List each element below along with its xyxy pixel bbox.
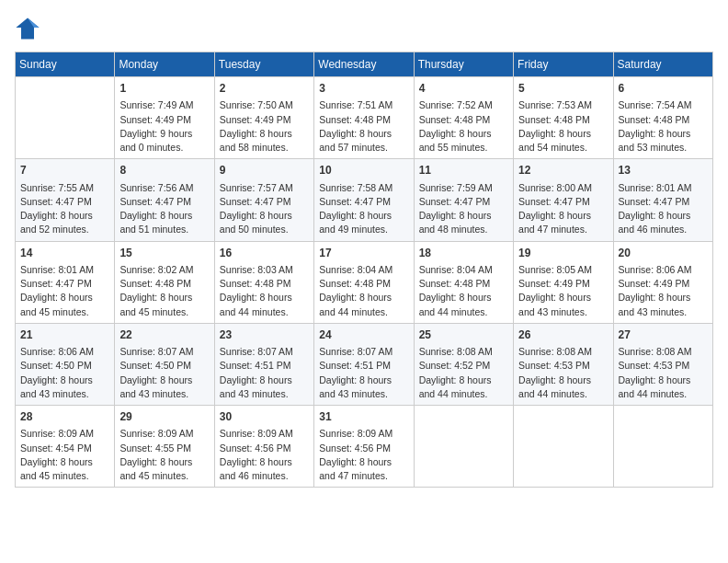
day-number: 14	[20, 246, 109, 261]
day-number: 23	[220, 327, 309, 343]
day-info: Sunrise: 8:07 AM Sunset: 4:50 PM Dayligh…	[119, 345, 209, 401]
day-info: Sunrise: 8:09 AM Sunset: 4:54 PM Dayligh…	[20, 427, 109, 483]
day-info: Sunrise: 7:53 AM Sunset: 4:48 PM Dayligh…	[518, 98, 608, 155]
day-number: 30	[220, 409, 309, 425]
header-sunday: Sunday	[16, 52, 115, 77]
day-number: 25	[419, 327, 508, 343]
calendar-cell: 3Sunrise: 7:51 AM Sunset: 4:48 PM Daylig…	[314, 77, 414, 159]
day-info: Sunrise: 8:09 AM Sunset: 4:56 PM Dayligh…	[220, 427, 309, 483]
page-header	[15, 15, 713, 40]
day-info: Sunrise: 7:55 AM Sunset: 4:47 PM Dayligh…	[20, 181, 109, 237]
calendar-cell: 7Sunrise: 7:55 AM Sunset: 4:47 PM Daylig…	[16, 159, 115, 241]
calendar-cell: 9Sunrise: 7:57 AM Sunset: 4:47 PM Daylig…	[214, 159, 313, 241]
calendar-cell: 16Sunrise: 8:03 AM Sunset: 4:48 PM Dayli…	[214, 241, 313, 323]
day-info: Sunrise: 8:04 AM Sunset: 4:48 PM Dayligh…	[419, 263, 508, 319]
calendar-cell: 6Sunrise: 7:54 AM Sunset: 4:48 PM Daylig…	[613, 77, 712, 159]
day-info: Sunrise: 8:08 AM Sunset: 4:53 PM Dayligh…	[518, 345, 608, 401]
calendar-cell: 8Sunrise: 7:56 AM Sunset: 4:47 PM Daylig…	[115, 159, 214, 241]
day-number: 31	[319, 409, 408, 425]
day-number: 29	[119, 409, 209, 425]
calendar-cell: 20Sunrise: 8:06 AM Sunset: 4:49 PM Dayli…	[613, 241, 712, 323]
day-number: 11	[419, 163, 508, 178]
week-row-3: 14Sunrise: 8:01 AM Sunset: 4:47 PM Dayli…	[16, 241, 713, 323]
day-info: Sunrise: 8:06 AM Sunset: 4:50 PM Dayligh…	[20, 345, 109, 401]
day-number: 20	[619, 246, 708, 261]
day-info: Sunrise: 7:52 AM Sunset: 4:48 PM Dayligh…	[419, 98, 508, 155]
day-number: 5	[518, 81, 608, 97]
day-number: 16	[220, 246, 309, 261]
day-number: 10	[319, 163, 408, 178]
day-info: Sunrise: 7:58 AM Sunset: 4:47 PM Dayligh…	[319, 181, 408, 237]
header-wednesday: Wednesday	[314, 52, 414, 77]
day-info: Sunrise: 7:59 AM Sunset: 4:47 PM Dayligh…	[419, 181, 508, 237]
calendar-cell	[613, 406, 712, 488]
day-number: 28	[20, 409, 109, 425]
day-info: Sunrise: 7:51 AM Sunset: 4:48 PM Dayligh…	[319, 98, 408, 155]
calendar-table: SundayMondayTuesdayWednesdayThursdayFrid…	[15, 52, 713, 488]
calendar-cell: 1Sunrise: 7:49 AM Sunset: 4:49 PM Daylig…	[115, 77, 214, 159]
day-number: 3	[319, 81, 408, 97]
calendar-cell: 2Sunrise: 7:50 AM Sunset: 4:49 PM Daylig…	[214, 77, 313, 159]
day-info: Sunrise: 7:49 AM Sunset: 4:49 PM Dayligh…	[119, 98, 209, 155]
day-number: 22	[119, 327, 209, 343]
day-info: Sunrise: 8:04 AM Sunset: 4:48 PM Dayligh…	[319, 263, 408, 319]
calendar-cell: 27Sunrise: 8:08 AM Sunset: 4:53 PM Dayli…	[613, 323, 712, 405]
day-info: Sunrise: 8:09 AM Sunset: 4:56 PM Dayligh…	[319, 427, 408, 483]
day-info: Sunrise: 8:08 AM Sunset: 4:53 PM Dayligh…	[619, 345, 708, 401]
calendar-cell: 13Sunrise: 8:01 AM Sunset: 4:47 PM Dayli…	[613, 159, 712, 241]
day-info: Sunrise: 7:50 AM Sunset: 4:49 PM Dayligh…	[220, 98, 309, 155]
calendar-cell: 14Sunrise: 8:01 AM Sunset: 4:47 PM Dayli…	[16, 241, 115, 323]
day-number: 2	[220, 81, 309, 97]
day-number: 9	[220, 163, 309, 178]
header-friday: Friday	[514, 52, 613, 77]
calendar-cell: 11Sunrise: 7:59 AM Sunset: 4:47 PM Dayli…	[414, 159, 513, 241]
day-number: 12	[518, 163, 608, 178]
day-number: 21	[20, 327, 109, 343]
day-number: 13	[619, 163, 708, 178]
calendar-cell	[16, 77, 115, 159]
day-info: Sunrise: 8:00 AM Sunset: 4:47 PM Dayligh…	[518, 181, 608, 237]
calendar-cell	[514, 406, 613, 488]
day-number: 26	[518, 327, 608, 343]
calendar-cell: 29Sunrise: 8:09 AM Sunset: 4:55 PM Dayli…	[115, 406, 214, 488]
calendar-cell: 21Sunrise: 8:06 AM Sunset: 4:50 PM Dayli…	[16, 323, 115, 405]
day-number: 24	[319, 327, 408, 343]
header-saturday: Saturday	[613, 52, 712, 77]
day-number: 6	[619, 81, 708, 97]
day-info: Sunrise: 8:05 AM Sunset: 4:49 PM Dayligh…	[518, 263, 608, 319]
logo	[15, 15, 42, 40]
calendar-cell: 26Sunrise: 8:08 AM Sunset: 4:53 PM Dayli…	[514, 323, 613, 405]
calendar-cell: 30Sunrise: 8:09 AM Sunset: 4:56 PM Dayli…	[214, 406, 313, 488]
logo-icon	[15, 15, 40, 40]
day-number: 7	[20, 163, 109, 178]
calendar-cell: 18Sunrise: 8:04 AM Sunset: 4:48 PM Dayli…	[414, 241, 513, 323]
calendar-cell: 28Sunrise: 8:09 AM Sunset: 4:54 PM Dayli…	[16, 406, 115, 488]
day-info: Sunrise: 8:03 AM Sunset: 4:48 PM Dayligh…	[220, 263, 309, 319]
day-number: 17	[319, 246, 408, 261]
calendar-cell: 31Sunrise: 8:09 AM Sunset: 4:56 PM Dayli…	[314, 406, 414, 488]
day-info: Sunrise: 8:07 AM Sunset: 4:51 PM Dayligh…	[220, 345, 309, 401]
calendar-cell: 23Sunrise: 8:07 AM Sunset: 4:51 PM Dayli…	[214, 323, 313, 405]
day-info: Sunrise: 8:01 AM Sunset: 4:47 PM Dayligh…	[619, 181, 708, 237]
calendar-cell: 19Sunrise: 8:05 AM Sunset: 4:49 PM Dayli…	[514, 241, 613, 323]
header-thursday: Thursday	[414, 52, 513, 77]
calendar-cell: 4Sunrise: 7:52 AM Sunset: 4:48 PM Daylig…	[414, 77, 513, 159]
header-tuesday: Tuesday	[214, 52, 313, 77]
day-info: Sunrise: 7:56 AM Sunset: 4:47 PM Dayligh…	[119, 181, 209, 237]
calendar-cell: 17Sunrise: 8:04 AM Sunset: 4:48 PM Dayli…	[314, 241, 414, 323]
day-info: Sunrise: 8:08 AM Sunset: 4:52 PM Dayligh…	[419, 345, 508, 401]
week-row-1: 1Sunrise: 7:49 AM Sunset: 4:49 PM Daylig…	[16, 77, 713, 159]
svg-marker-0	[16, 18, 39, 40]
week-row-5: 28Sunrise: 8:09 AM Sunset: 4:54 PM Dayli…	[16, 406, 713, 488]
day-number: 18	[419, 246, 508, 261]
day-info: Sunrise: 7:54 AM Sunset: 4:48 PM Dayligh…	[619, 98, 708, 155]
day-info: Sunrise: 8:09 AM Sunset: 4:55 PM Dayligh…	[119, 427, 209, 483]
day-info: Sunrise: 8:02 AM Sunset: 4:48 PM Dayligh…	[119, 263, 209, 319]
calendar-cell: 5Sunrise: 7:53 AM Sunset: 4:48 PM Daylig…	[514, 77, 613, 159]
calendar-cell: 25Sunrise: 8:08 AM Sunset: 4:52 PM Dayli…	[414, 323, 513, 405]
day-info: Sunrise: 8:06 AM Sunset: 4:49 PM Dayligh…	[619, 263, 708, 319]
day-number: 8	[119, 163, 209, 178]
calendar-cell	[414, 406, 513, 488]
calendar-cell: 12Sunrise: 8:00 AM Sunset: 4:47 PM Dayli…	[514, 159, 613, 241]
day-number: 19	[518, 246, 608, 261]
